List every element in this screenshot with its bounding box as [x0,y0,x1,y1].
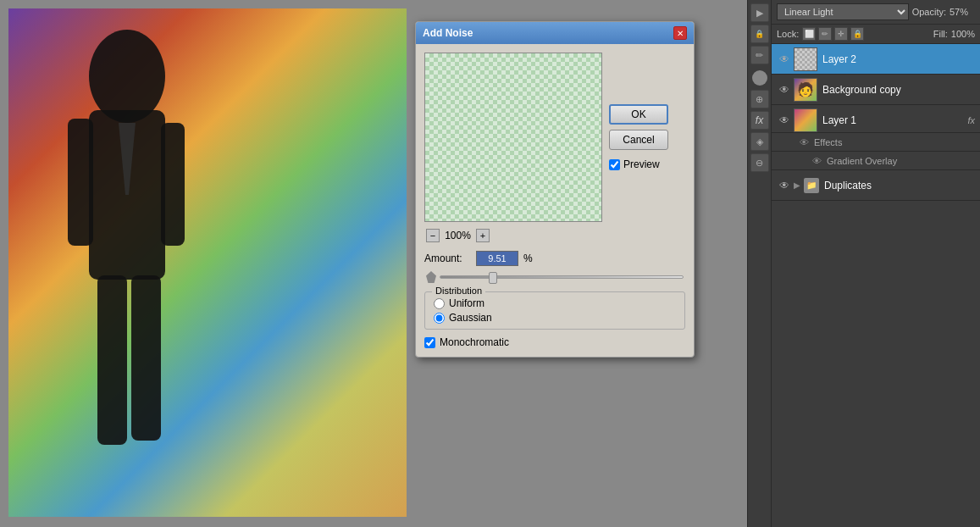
preview-check-row: Preview [609,158,668,170]
preview-area: OK Cancel Preview [424,53,685,222]
duplicates-folder-icon: 📁 [804,178,819,193]
lock-icons: ⬜ ✏ ✛ 🔒 [802,27,929,41]
amount-row: Amount: % [424,251,685,266]
preview-canvas [424,53,602,222]
layer2-name: Layer 2 [822,53,975,65]
gaussian-row: Gaussian [434,312,676,324]
monochromatic-checkbox[interactable] [424,337,435,348]
amount-label: Amount: [424,252,471,264]
gradient-overlay-item[interactable]: 👁 Gradient Overlay [772,152,980,170]
svg-rect-2 [68,119,93,246]
add-noise-dialog: Add Noise ✕ OK Cancel Preview − 100% + A… [415,21,695,358]
gradient-overlay-label: Gradient Overlay [827,156,897,166]
link-icon[interactable]: ⊕ [750,90,769,108]
background-copy-visibility-icon[interactable]: 👁 [777,82,792,97]
slider-thumb-icon [426,271,436,283]
layer1-visibility-icon[interactable]: 👁 [777,113,792,128]
gaussian-radio[interactable] [434,313,445,324]
lock-icon[interactable]: 🔒 [750,25,769,43]
preview-buttons: OK Cancel Preview [609,104,668,170]
canvas-image [8,8,407,517]
background-copy-name: Background copy [822,84,975,96]
opacity-value: 57% [950,7,975,17]
distribution-group: Distribution Uniform Gaussian [424,291,685,330]
distribution-legend: Distribution [432,286,485,296]
uniform-radio[interactable] [434,298,445,309]
svg-point-0 [89,30,165,123]
zoom-out-button[interactable]: − [426,229,440,242]
amount-input[interactable] [476,251,518,266]
duplicates-collapse-icon[interactable]: ▶ [794,180,800,190]
layer1-thumbnail [794,108,817,132]
lock-transparent-icon[interactable]: ⬜ [802,27,816,41]
monochromatic-label: Monochromatic [440,336,509,348]
amount-unit: % [523,252,533,264]
zoom-in-button[interactable]: + [476,229,490,242]
dialog-body: OK Cancel Preview − 100% + Amount: % [416,44,694,357]
preview-checkbox[interactable] [609,159,620,170]
panel-options-icon[interactable]: ▶ [750,3,769,22]
lock-row: Lock: ⬜ ✏ ✛ 🔒 Fill: 100% [772,25,980,44]
fill-label: Fill: [933,29,948,39]
layer-item-background-copy[interactable]: 👁 🧑 Background copy [772,75,980,105]
duplicates-visibility-icon[interactable]: 👁 [777,178,792,193]
opacity-label: Opacity: [912,7,946,17]
preview-check-label: Preview [623,158,660,170]
panel-toolbar: Linear Light Opacity: 57% [772,0,980,25]
zoom-controls: − 100% + [424,229,685,242]
layer-item-layer2[interactable]: 👁 Layer 2 [772,44,980,75]
amount-slider[interactable] [440,275,684,279]
layer-item-duplicates[interactable]: 👁 ▶ 📁 Duplicates [772,170,980,201]
duplicates-name: Duplicates [824,180,975,191]
ok-button[interactable]: OK [609,104,668,125]
layer2-thumbnail [794,47,817,71]
person-silhouette [34,25,220,517]
effects-visibility-icon[interactable]: 👁 [797,136,811,149]
layer1-name: Layer 1 [822,114,964,126]
fill-value: 100% [951,29,975,39]
gaussian-label: Gaussian [449,312,492,324]
layer1-fx-icon: fx [967,115,975,125]
visibility-icon[interactable] [752,70,767,86]
blend-mode-select[interactable]: Linear Light [777,3,909,20]
layer2-visibility-icon[interactable]: 👁 [777,52,792,67]
slider-handle[interactable] [489,272,497,284]
dialog-titlebar[interactable]: Add Noise ✕ [416,22,694,44]
cancel-button[interactable]: Cancel [609,130,668,150]
slider-row [424,271,685,283]
fx-button[interactable]: fx [750,111,769,130]
uniform-label: Uniform [449,297,484,309]
lock-label: Lock: [777,29,799,39]
background-copy-thumbnail: 🧑 [794,78,817,102]
svg-rect-4 [97,275,127,445]
effects-label: Effects [814,137,842,147]
monochromatic-row: Monochromatic [424,336,685,348]
gradient-overlay-visibility-icon[interactable]: 👁 [810,154,823,168]
svg-rect-3 [161,123,185,246]
svg-rect-5 [131,275,161,441]
dialog-close-button[interactable]: ✕ [673,26,687,40]
zoom-value: 100% [443,230,473,241]
adjustment-icon[interactable]: ⊖ [750,153,769,172]
brush-icon[interactable]: ✏ [750,46,769,64]
mask-icon[interactable]: ◈ [750,132,769,151]
lock-all-icon[interactable]: 🔒 [850,27,864,41]
dialog-title: Add Noise [423,27,473,39]
right-panel: Linear Light Opacity: 57% Lock: ⬜ ✏ ✛ 🔒 … [771,0,980,527]
layer-item-layer1[interactable]: 👁 Layer 1 fx [772,105,980,133]
side-toolbar: ▶ 🔒 ✏ ⊕ fx ◈ ⊖ [747,0,771,527]
effects-item[interactable]: 👁 Effects [772,133,980,152]
lock-position-icon[interactable]: ✛ [834,27,848,41]
uniform-row: Uniform [434,297,676,309]
lock-pixels-icon[interactable]: ✏ [818,27,832,41]
